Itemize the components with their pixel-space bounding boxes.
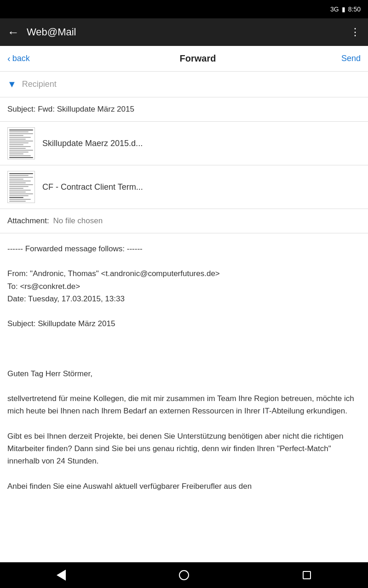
send-button[interactable]: Send — [333, 54, 361, 63]
toolbar: ‹ back Forward Send — [0, 46, 368, 72]
nav-back-icon — [57, 570, 66, 581]
toolbar-title: Forward — [63, 53, 333, 64]
thumb-line — [9, 197, 23, 198]
nav-back-button[interactable] — [47, 566, 75, 584]
thumb-line — [9, 199, 31, 200]
thumb-line — [9, 186, 29, 187]
thumb-line — [9, 182, 26, 183]
thumb-line — [9, 135, 23, 136]
thumb-line — [9, 190, 31, 191]
app-bar-back-button[interactable]: ← — [7, 26, 19, 38]
message-body: ------ Forwarded message follows: ------… — [0, 233, 368, 562]
attachment-thumbnail-1 — [7, 127, 35, 159]
status-bar-icons: 3G ▮ 8:50 — [330, 6, 361, 13]
attachment-item-2[interactable]: CF - Contract Client Term... — [0, 165, 368, 209]
attachment-name-1: Skillupdate Maerz 2015.d... — [42, 139, 143, 148]
thumb-line — [9, 184, 33, 185]
thumb-line — [9, 153, 23, 154]
recipient-chevron-icon: ▼ — [7, 79, 17, 90]
thumb-line — [9, 201, 26, 202]
attachment-thumbnail-2 — [7, 171, 35, 203]
thumb-line — [9, 131, 29, 132]
thumb-line — [9, 157, 33, 158]
thumb-line — [9, 179, 23, 180]
thumb-line — [9, 177, 33, 178]
content-area: ▼ Recipient Subject: Fwd: Skillupdate Mä… — [0, 72, 368, 562]
nav-recents-button[interactable] — [293, 566, 321, 584]
thumb-line — [9, 148, 26, 149]
back-chevron-icon: ‹ — [7, 53, 11, 64]
thumb-lines-2 — [8, 171, 34, 203]
thumb-line — [9, 173, 33, 174]
thumb-line — [9, 139, 26, 140]
back-label[interactable]: back — [12, 54, 30, 63]
thumb-line — [9, 142, 29, 143]
thumb-line — [9, 133, 33, 134]
attachment-name-2: CF - Contract Client Term... — [42, 182, 143, 192]
thumb-line — [9, 192, 26, 192]
thumb-line — [9, 195, 29, 196]
recipient-row[interactable]: ▼ Recipient — [0, 72, 368, 97]
time-display: 8:50 — [348, 6, 361, 13]
thumb-line — [9, 152, 29, 153]
nav-home-button[interactable] — [170, 566, 198, 584]
thumb-line — [9, 188, 23, 189]
status-bar: 3G ▮ 8:50 — [0, 0, 368, 18]
thumb-line — [9, 159, 26, 159]
subject-text: Subject: Fwd: Skillupdate März 2015 — [7, 105, 134, 113]
app-bar-title: Web@Mail — [27, 26, 350, 38]
thumb-line — [9, 141, 33, 141]
app-bar: ← Web@Mail ⋮ — [0, 18, 368, 46]
thumb-line — [9, 137, 31, 138]
nav-home-icon — [179, 570, 189, 580]
battery-icon: ▮ — [342, 6, 345, 13]
thumb-line — [9, 144, 23, 145]
thumb-line — [9, 146, 31, 147]
nav-recents-icon — [303, 571, 311, 579]
file-chooser-label: Attachment: — [7, 216, 49, 225]
thumb-line — [9, 175, 29, 176]
toolbar-back-button[interactable]: ‹ back — [7, 53, 63, 64]
thumb-line — [9, 193, 33, 194]
network-indicator: 3G — [330, 6, 339, 13]
thumb-line — [9, 150, 33, 151]
app-bar-menu-button[interactable]: ⋮ — [350, 26, 361, 38]
file-chooser-row[interactable]: Attachment: No file chosen — [0, 209, 368, 233]
subject-row: Subject: Fwd: Skillupdate März 2015 — [0, 97, 368, 122]
file-chooser-value: No file chosen — [53, 216, 103, 225]
attachment-item-1[interactable]: Skillupdate Maerz 2015.d... — [0, 122, 368, 165]
thumb-line — [9, 203, 29, 203]
recipient-label: Recipient — [22, 79, 57, 89]
nav-bar — [0, 562, 368, 588]
thumb-line — [9, 181, 31, 181]
thumb-line — [9, 155, 31, 156]
thumb-line — [9, 130, 33, 130]
thumb-lines-1 — [8, 128, 34, 159]
